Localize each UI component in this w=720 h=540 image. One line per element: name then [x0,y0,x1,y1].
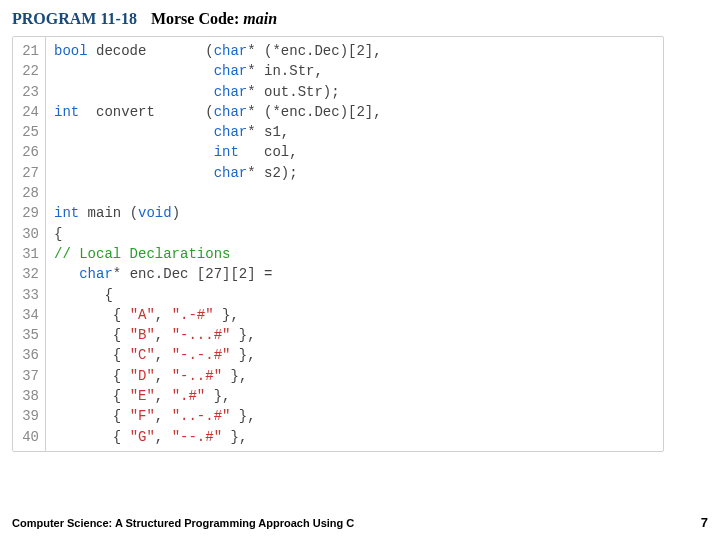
footer-text: Computer Science: A Structured Programmi… [12,517,354,529]
line-number-gutter: 2122232425262728293031323334353637383940 [13,37,46,451]
code-body: bool decode (char* (*enc.Dec)[2], char* … [46,37,390,451]
code-line: char* s1, [54,122,382,142]
code-line: { "B", "-...#" }, [54,325,382,345]
line-number: 23 [17,82,39,102]
program-label: PROGRAM 11-18 [12,10,137,28]
line-number: 21 [17,41,39,61]
code-line: { "E", ".#" }, [54,386,382,406]
line-number: 22 [17,61,39,81]
line-number: 35 [17,325,39,345]
line-number: 30 [17,224,39,244]
line-number: 32 [17,264,39,284]
slide-footer: Computer Science: A Structured Programmi… [12,515,708,530]
code-line: int convert (char* (*enc.Dec)[2], [54,102,382,122]
line-number: 25 [17,122,39,142]
code-line: { [54,285,382,305]
code-line: { "C", "-.-.#" }, [54,345,382,365]
code-line: int col, [54,142,382,162]
slide-title: PROGRAM 11-18 Morse Code: main [12,10,708,28]
line-number: 36 [17,345,39,365]
code-line: { "G", "--.#" }, [54,427,382,447]
code-line: char* in.Str, [54,61,382,81]
code-line: { [54,224,382,244]
line-number: 34 [17,305,39,325]
code-line: bool decode (char* (*enc.Dec)[2], [54,41,382,61]
code-line [54,183,382,203]
line-number: 28 [17,183,39,203]
code-line: { "D", "-..#" }, [54,366,382,386]
line-number: 37 [17,366,39,386]
code-line: { "A", ".-#" }, [54,305,382,325]
line-number: 33 [17,285,39,305]
title-italic: main [243,10,277,27]
line-number: 40 [17,427,39,447]
line-number: 24 [17,102,39,122]
line-number: 39 [17,406,39,426]
line-number: 31 [17,244,39,264]
page-number: 7 [701,515,708,530]
code-line: char* s2); [54,163,382,183]
code-line: // Local Declarations [54,244,382,264]
code-line: char* out.Str); [54,82,382,102]
code-line: { "F", "..-.#" }, [54,406,382,426]
program-title: Morse Code: main [151,10,277,28]
line-number: 27 [17,163,39,183]
title-plain: Morse Code: [151,10,243,27]
line-number: 38 [17,386,39,406]
code-line: char* enc.Dec [27][2] = [54,264,382,284]
code-listing: 2122232425262728293031323334353637383940… [12,36,664,452]
code-line: int main (void) [54,203,382,223]
line-number: 26 [17,142,39,162]
line-number: 29 [17,203,39,223]
